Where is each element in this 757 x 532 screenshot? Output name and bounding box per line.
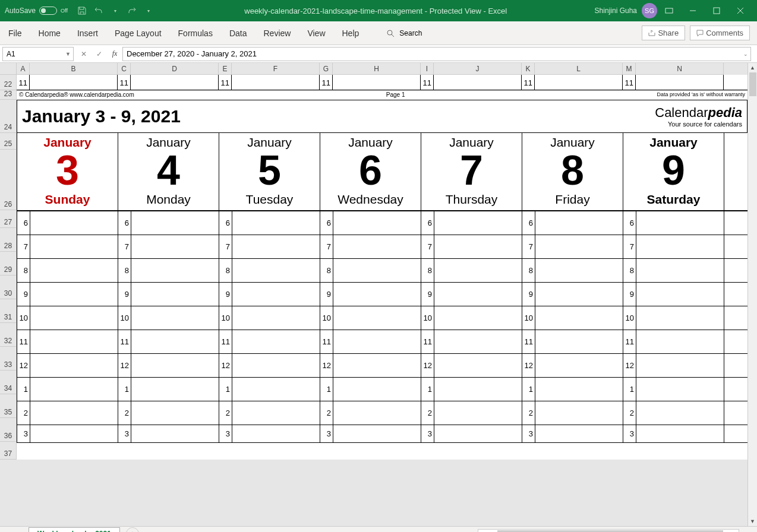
cancel-formula-icon[interactable]: ✕ [76, 47, 92, 61]
tab-home[interactable]: Home [37, 25, 62, 42]
calendar-cell[interactable] [636, 75, 724, 90]
hour-cell[interactable]: 6 [17, 211, 30, 235]
calendar-cell[interactable] [333, 235, 421, 258]
hour-cell[interactable]: 12 [623, 354, 636, 377]
hour-cell[interactable]: 2 [118, 401, 131, 425]
share-button[interactable]: Share [642, 26, 685, 40]
add-sheet-button[interactable]: + [126, 527, 139, 533]
calendar-cell[interactable] [636, 306, 724, 330]
hour-cell[interactable]: 12 [219, 354, 232, 377]
hour-cell[interactable]: 12 [118, 354, 131, 377]
calendar-cell[interactable] [434, 354, 522, 377]
customize-qat-icon[interactable]: ▾ [141, 4, 156, 18]
hour-cell[interactable]: 2 [219, 401, 232, 425]
column-header[interactable]: K [522, 63, 535, 75]
calendar-cell[interactable] [131, 235, 219, 258]
undo-icon[interactable] [92, 4, 106, 18]
calendar-cell[interactable] [535, 283, 623, 306]
calendar-cell[interactable] [131, 378, 219, 401]
tab-page-layout[interactable]: Page Layout [113, 25, 163, 42]
calendar-cell[interactable] [232, 330, 320, 353]
hscroll-thumb[interactable] [497, 530, 723, 533]
calendar-cell[interactable] [131, 283, 219, 306]
row-header[interactable]: 27 [0, 210, 17, 228]
sheet-content[interactable]: 11111111111111 © Calendarpedia® www.cale… [17, 75, 747, 460]
calendar-cell[interactable] [434, 306, 522, 330]
hour-cell[interactable]: 9 [320, 283, 333, 306]
calendar-cell[interactable] [30, 354, 118, 377]
column-header[interactable]: A [17, 63, 30, 75]
calendar-cell[interactable] [434, 211, 522, 235]
calendar-cell[interactable] [434, 401, 522, 425]
column-header[interactable]: I [421, 63, 434, 75]
hour-cell[interactable]: 9 [17, 283, 30, 306]
row-header[interactable]: 24 [0, 100, 17, 133]
calendar-cell[interactable] [30, 235, 118, 258]
calendar-cell[interactable] [636, 354, 724, 377]
hour-cell[interactable]: 8 [320, 259, 333, 282]
hour-cell[interactable]: 8 [623, 259, 636, 282]
column-header[interactable]: D [131, 63, 219, 75]
calendar-cell[interactable] [30, 378, 118, 401]
calendar-cell[interactable] [535, 259, 623, 282]
calendar-cell[interactable] [30, 425, 118, 442]
hour-cell[interactable]: 11 [623, 75, 636, 90]
hour-cell[interactable]: 8 [17, 259, 30, 282]
calendar-cell[interactable] [232, 378, 320, 401]
hour-cell[interactable]: 11 [623, 330, 636, 353]
hour-cell[interactable]: 7 [219, 235, 232, 258]
tab-insert[interactable]: Insert [76, 25, 99, 42]
calendar-cell[interactable] [333, 259, 421, 282]
hour-cell[interactable]: 3 [17, 425, 30, 442]
calendar-cell[interactable] [535, 211, 623, 235]
calendar-cell[interactable] [131, 401, 219, 425]
hour-cell[interactable]: 8 [522, 259, 535, 282]
redo-icon[interactable] [125, 4, 139, 18]
calendar-cell[interactable] [131, 259, 219, 282]
hour-cell[interactable]: 12 [17, 354, 30, 377]
hour-cell[interactable]: 11 [320, 330, 333, 353]
calendar-cell[interactable] [434, 283, 522, 306]
calendar-cell[interactable] [333, 354, 421, 377]
hour-cell[interactable]: 2 [421, 401, 434, 425]
hour-cell[interactable]: 2 [522, 401, 535, 425]
hour-cell[interactable]: 8 [118, 259, 131, 282]
chevron-down-icon[interactable]: ▼ [65, 51, 71, 57]
hour-cell[interactable]: 7 [623, 235, 636, 258]
hour-cell[interactable]: 3 [219, 425, 232, 442]
calendar-cell[interactable] [434, 235, 522, 258]
hour-cell[interactable]: 6 [623, 211, 636, 235]
hour-cell[interactable]: 1 [219, 378, 232, 401]
calendar-cell[interactable] [434, 330, 522, 353]
hour-cell[interactable]: 7 [118, 235, 131, 258]
fx-icon[interactable]: fx [107, 47, 122, 61]
calendar-cell[interactable] [333, 211, 421, 235]
formula-input[interactable]: December 27, 2020 - January 2, 2021 ⌄ [122, 47, 751, 61]
autosave-toggle[interactable]: AutoSave Off [5, 7, 68, 15]
prev-sheet-icon[interactable]: ◄ [4, 530, 14, 533]
hour-cell[interactable]: 1 [320, 378, 333, 401]
hour-cell[interactable]: 7 [320, 235, 333, 258]
column-header[interactable]: J [434, 63, 522, 75]
calendar-cell[interactable] [333, 283, 421, 306]
hour-cell[interactable]: 10 [421, 306, 434, 330]
minimize-icon[interactable] [681, 0, 705, 21]
calendar-cell[interactable] [333, 425, 421, 442]
user-account[interactable]: Shinjini Guha SG [595, 3, 657, 18]
calendar-cell[interactable] [30, 306, 118, 330]
hour-cell[interactable]: 1 [522, 378, 535, 401]
row-header[interactable]: 28 [0, 228, 17, 252]
calendar-cell[interactable] [434, 378, 522, 401]
calendar-cell[interactable] [30, 211, 118, 235]
calendar-cell[interactable] [333, 401, 421, 425]
calendar-cell[interactable] [535, 75, 623, 90]
hour-cell[interactable]: 7 [522, 235, 535, 258]
calendar-cell[interactable] [535, 330, 623, 353]
tab-help[interactable]: Help [341, 25, 361, 42]
comments-button[interactable]: Comments [690, 26, 750, 40]
column-header[interactable]: C [118, 63, 131, 75]
scroll-thumb[interactable] [749, 72, 756, 96]
hour-cell[interactable]: 11 [118, 75, 131, 90]
hour-cell[interactable]: 12 [421, 354, 434, 377]
hour-cell[interactable]: 2 [17, 401, 30, 425]
